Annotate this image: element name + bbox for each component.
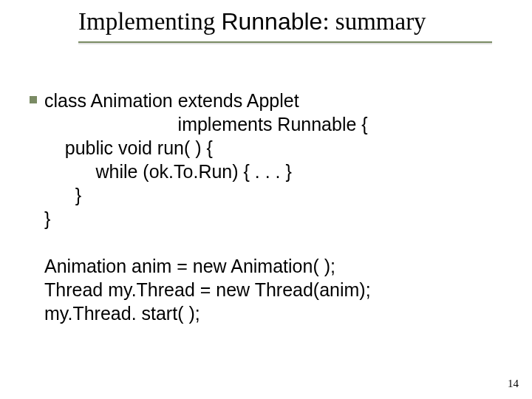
title-post: : summary: [322, 8, 426, 35]
code-line: }: [44, 208, 50, 229]
title-pre: Implementing: [78, 8, 221, 35]
title-mid: Runnable: [221, 8, 322, 35]
slide-title: Implementing Runnable: summary: [78, 7, 514, 37]
bullet-icon: [30, 96, 37, 103]
title-underline: [78, 41, 492, 43]
slide: Implementing Runnable: summary class Ani…: [0, 0, 532, 399]
code-block: class Animation extends Applet implement…: [44, 89, 502, 325]
code-line: implements Runnable {: [44, 114, 368, 134]
code-line: class Animation extends Applet: [44, 90, 299, 111]
code-line: }: [44, 185, 81, 205]
code-line: public void run( ) {: [44, 137, 213, 158]
code-line: Thread my.Thread = new Thread(anim);: [44, 279, 371, 300]
code-line: my.Thread. start( );: [44, 303, 200, 324]
page-number: 14: [508, 378, 519, 390]
title-block: Implementing Runnable: summary: [78, 7, 514, 43]
code-line: Animation anim = new Animation( );: [44, 256, 335, 276]
code-line: while (ok.To.Run) { . . . }: [44, 161, 292, 182]
